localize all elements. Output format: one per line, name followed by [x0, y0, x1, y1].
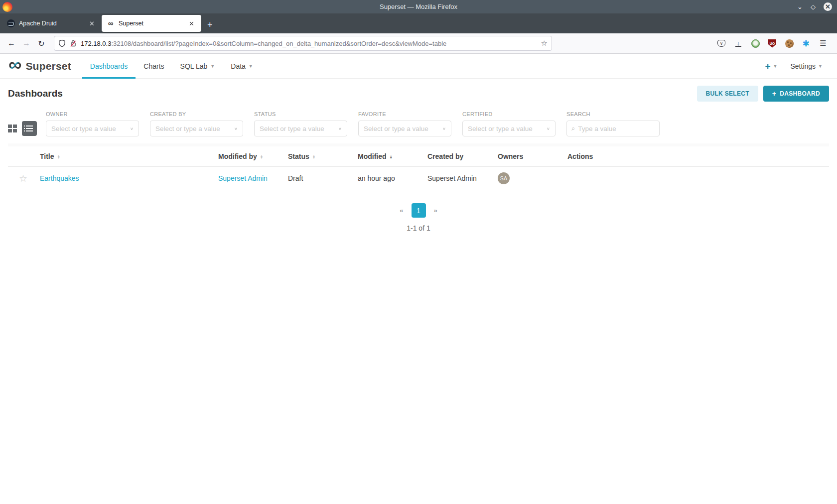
- page-title: Dashboards: [8, 88, 63, 99]
- modified-by-link[interactable]: Superset Admin: [218, 174, 268, 182]
- tab-label: Apache Druid: [19, 20, 87, 27]
- superset-brand[interactable]: ∞ Superset: [8, 60, 71, 72]
- filter-label: SEARCH: [566, 111, 660, 117]
- tab-bar: Apache Druid ✕ ∞ Superset ✕ +: [0, 13, 837, 33]
- card-view-icon[interactable]: [8, 125, 17, 132]
- sort-icon: ▲▼: [57, 155, 60, 159]
- tab-apache-druid[interactable]: Apache Druid ✕: [2, 15, 102, 32]
- certified-select[interactable]: Select or type a value ∨: [462, 121, 556, 136]
- caret-down-icon: ▼: [773, 64, 778, 69]
- nav-item-data[interactable]: Data ▼: [223, 54, 261, 79]
- window-title: Superset — Mozilla Firefox: [0, 3, 837, 10]
- pocket-icon[interactable]: ∨: [716, 38, 726, 48]
- nav-item-sql-lab[interactable]: SQL Lab ▼: [172, 54, 223, 79]
- bookmark-star-icon[interactable]: ☆: [541, 39, 548, 48]
- actions-cell: [567, 167, 829, 190]
- ublock-icon[interactable]: UO: [767, 38, 777, 48]
- plus-icon: +: [765, 61, 770, 72]
- main-nav: Dashboards Charts SQL Lab ▼ Data ▼: [82, 54, 261, 79]
- minimize-icon[interactable]: ⌄: [797, 3, 803, 10]
- owner-avatar[interactable]: SA: [498, 172, 510, 184]
- select-placeholder: Select or type a value: [364, 125, 442, 132]
- tab-close-icon[interactable]: ✕: [87, 19, 97, 28]
- new-tab-button[interactable]: +: [201, 20, 219, 33]
- search-input[interactable]: [578, 125, 666, 132]
- url-bar[interactable]: 172.18.0.3:32108/dashboard/list/?pageInd…: [54, 36, 552, 51]
- created-by-select[interactable]: Select or type a value ∨: [150, 121, 243, 136]
- chevron-down-icon: ∨: [130, 126, 134, 131]
- new-item-menu[interactable]: + ▼: [765, 61, 777, 72]
- superset-favicon-icon: ∞: [107, 19, 115, 27]
- filter-label: FAVORITE: [358, 111, 451, 117]
- maximize-icon[interactable]: ◇: [811, 3, 816, 10]
- new-dashboard-button[interactable]: + DASHBOARD: [763, 86, 829, 102]
- filter-search: SEARCH ⌕: [566, 111, 660, 136]
- page-1-button[interactable]: 1: [412, 203, 426, 218]
- select-placeholder: Select or type a value: [468, 125, 547, 132]
- bulk-select-button[interactable]: BULK SELECT: [697, 86, 758, 102]
- sort-icon: ▲▼: [312, 155, 315, 159]
- favorite-star-icon[interactable]: ☆: [8, 173, 27, 184]
- status-select[interactable]: Select or type a value ∨: [254, 121, 347, 136]
- modified-value: an hour ago: [358, 174, 395, 182]
- url-path: :32108/dashboard/list/?pageIndex=0&sortC…: [111, 40, 446, 47]
- downloads-icon[interactable]: ↓: [733, 38, 743, 48]
- column-header-created-by: Created by: [427, 146, 498, 167]
- column-header-modified[interactable]: Modified▲▼: [358, 146, 427, 167]
- nav-item-dashboards[interactable]: Dashboards: [82, 54, 136, 79]
- favorite-column-header: [8, 146, 40, 167]
- caret-down-icon: ▼: [249, 64, 253, 69]
- list-view-icon[interactable]: [22, 121, 37, 136]
- reload-button[interactable]: ↻: [34, 36, 49, 50]
- brand-name: Superset: [25, 60, 71, 72]
- insecure-lock-icon[interactable]: [70, 40, 77, 47]
- chevron-down-icon: ∨: [442, 126, 446, 131]
- next-page-button[interactable]: »: [431, 205, 440, 216]
- privacy-badger-icon[interactable]: [750, 38, 760, 48]
- owner-select[interactable]: Select or type a value ∨: [46, 121, 139, 136]
- dashboards-table: Title▲▼ Modified by▲▼ Status▲▼ Modified▲…: [8, 143, 829, 190]
- nav-item-label: SQL Lab: [180, 62, 208, 70]
- browser-toolbar: ← → ↻ 172.18.0.3:32108/dashboard/list/?p…: [0, 33, 837, 54]
- column-header-title[interactable]: Title▲▼: [40, 146, 218, 167]
- column-header-modified-by[interactable]: Modified by▲▼: [218, 146, 288, 167]
- settings-menu[interactable]: Settings ▼: [790, 62, 823, 70]
- caret-down-icon: ▼: [818, 64, 823, 69]
- close-icon[interactable]: ✕: [824, 2, 832, 11]
- superset-navbar: ∞ Superset Dashboards Charts SQL Lab ▼ D…: [0, 54, 837, 79]
- tab-close-icon[interactable]: ✕: [187, 19, 196, 28]
- settings-label: Settings: [790, 62, 816, 70]
- status-value: Draft: [288, 174, 303, 182]
- select-placeholder: Select or type a value: [155, 125, 234, 132]
- tracking-shield-icon[interactable]: [58, 39, 66, 47]
- filter-favorite: FAVORITE Select or type a value ∨: [358, 111, 451, 136]
- sort-icon: ▲▼: [390, 155, 393, 159]
- url-text[interactable]: 172.18.0.3:32108/dashboard/list/?pageInd…: [81, 40, 541, 47]
- filter-created-by: CREATED BY Select or type a value ∨: [150, 111, 243, 136]
- column-header-status[interactable]: Status▲▼: [288, 146, 358, 167]
- nav-item-charts[interactable]: Charts: [136, 54, 172, 79]
- chevron-down-icon: ∨: [338, 126, 342, 131]
- sort-icon: ▲▼: [260, 155, 263, 159]
- dashboard-title-link[interactable]: Earthquakes: [40, 174, 79, 182]
- menu-icon[interactable]: ☰: [818, 38, 828, 48]
- druid-favicon-icon: [7, 19, 15, 27]
- pagination: « 1 »: [0, 203, 837, 218]
- chevron-down-icon: ∨: [547, 126, 550, 131]
- nav-item-label: Data: [231, 62, 246, 70]
- nav-item-label: Charts: [143, 62, 164, 70]
- filter-certified: CERTIFIED Select or type a value ∨: [462, 111, 556, 136]
- select-placeholder: Select or type a value: [51, 125, 130, 132]
- select-placeholder: Select or type a value: [260, 125, 338, 132]
- created-by-value: Superset Admin: [427, 174, 477, 182]
- page-header: Dashboards BULK SELECT + DASHBOARD: [0, 79, 837, 108]
- tab-superset[interactable]: ∞ Superset ✕: [102, 15, 201, 32]
- extension-spark-icon[interactable]: ✱: [801, 38, 811, 48]
- forward-button[interactable]: →: [19, 36, 34, 50]
- cookie-extension-icon[interactable]: [784, 38, 794, 48]
- favorite-select[interactable]: Select or type a value ∨: [358, 121, 451, 136]
- pagination-summary: 1-1 of 1: [0, 224, 837, 232]
- superset-logo: ∞: [8, 57, 21, 72]
- back-button[interactable]: ←: [4, 36, 19, 50]
- prev-page-button[interactable]: «: [397, 205, 406, 216]
